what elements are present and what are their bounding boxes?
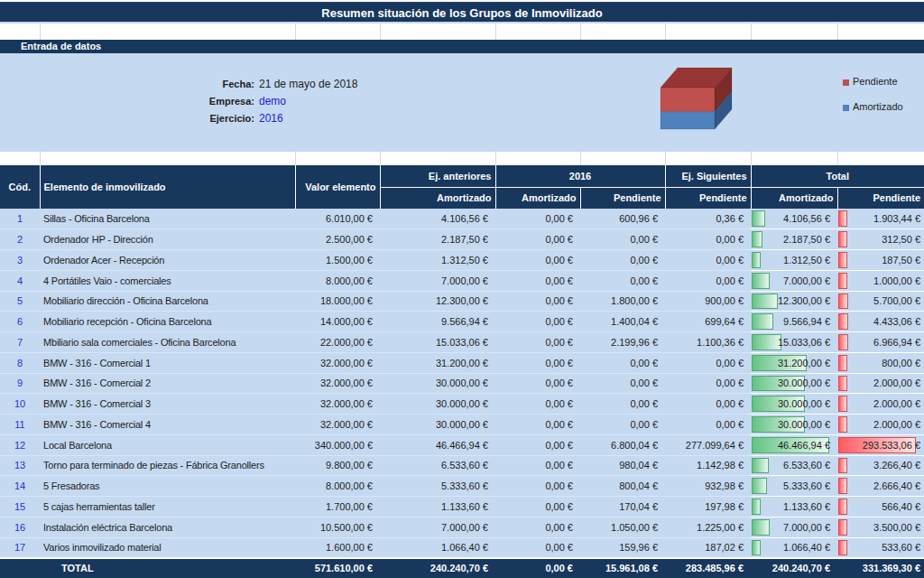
- row-2016-pendiente[interactable]: 1.800,00 €: [580, 291, 665, 312]
- row-element-name[interactable]: Varios inmovilizado material: [40, 537, 295, 558]
- row-ej-ant-amortizado[interactable]: 30.000,00 €: [380, 394, 495, 415]
- row-valor-elemento[interactable]: 22.000,00 €: [295, 332, 380, 353]
- row-ej-ant-amortizado[interactable]: 46.466,94 €: [380, 434, 495, 455]
- row-2016-amortizado[interactable]: 0,00 €: [495, 434, 580, 455]
- row-valor-elemento[interactable]: 1.700,00 €: [295, 497, 380, 517]
- row-total-pendiente[interactable]: 533,60 €: [837, 537, 924, 558]
- row-ej-sig-pendiente[interactable]: 900,00 €: [665, 291, 751, 312]
- row-total-pendiente[interactable]: 312,50 €: [837, 229, 924, 250]
- total-ej-sig-pendiente[interactable]: 283.485,96 €: [665, 558, 751, 578]
- row-ej-ant-amortizado[interactable]: 4.106,56 €: [380, 209, 495, 229]
- row-valor-elemento[interactable]: 8.000,00 €: [295, 476, 380, 497]
- row-ej-ant-amortizado[interactable]: 15.033,06 €: [380, 332, 495, 353]
- row-code[interactable]: 1: [0, 209, 40, 229]
- row-2016-amortizado[interactable]: 0,00 €: [495, 517, 580, 537]
- total-valor[interactable]: 571.610,00 €: [295, 558, 380, 578]
- row-element-name[interactable]: Mbiliario sala comerciales - Oficina Bar…: [40, 332, 295, 353]
- row-total-amortizado[interactable]: 7.000,00 €: [751, 270, 837, 291]
- total-total-amortizado[interactable]: 240.240,70 €: [751, 558, 837, 578]
- row-element-name[interactable]: BMW - 316 - Comercial 4: [40, 415, 295, 435]
- ejercicio-value[interactable]: 2016: [259, 112, 283, 125]
- row-2016-pendiente[interactable]: 1.400,04 €: [580, 312, 665, 332]
- row-element-name[interactable]: Torno para terminado de piezas - Fábrica…: [40, 455, 295, 476]
- row-ej-ant-amortizado[interactable]: 12.300,00 €: [380, 291, 495, 312]
- row-2016-pendiente[interactable]: 0,00 €: [580, 415, 665, 435]
- row-2016-pendiente[interactable]: 600,96 €: [580, 209, 665, 229]
- row-total-pendiente[interactable]: 2.666,40 €: [837, 476, 924, 497]
- row-2016-pendiente[interactable]: 980,04 €: [580, 455, 665, 476]
- row-code[interactable]: 2: [0, 229, 40, 250]
- row-total-amortizado[interactable]: 30.000,00 €: [751, 373, 837, 394]
- total-total-pendiente[interactable]: 331.369,30 €: [837, 558, 924, 578]
- row-element-name[interactable]: Ordenador HP - Dirección: [40, 229, 295, 250]
- row-2016-amortizado[interactable]: 0,00 €: [495, 537, 580, 558]
- row-2016-amortizado[interactable]: 0,00 €: [495, 270, 580, 291]
- row-element-name[interactable]: Local Barcelona: [40, 434, 295, 455]
- row-element-name[interactable]: BMW - 316 - Comercial 1: [40, 352, 295, 373]
- row-2016-pendiente[interactable]: 0,00 €: [580, 373, 665, 394]
- row-ej-sig-pendiente[interactable]: 932,98 €: [665, 476, 751, 497]
- row-valor-elemento[interactable]: 14.000,00 €: [295, 312, 380, 332]
- row-total-pendiente[interactable]: 2.000,00 €: [837, 415, 924, 435]
- row-2016-amortizado[interactable]: 0,00 €: [495, 209, 580, 229]
- row-ej-sig-pendiente[interactable]: 1.142,98 €: [665, 455, 751, 476]
- row-ej-sig-pendiente[interactable]: 0,00 €: [665, 352, 751, 373]
- row-valor-elemento[interactable]: 32.000,00 €: [295, 352, 380, 373]
- row-2016-pendiente[interactable]: 0,00 €: [580, 250, 665, 271]
- row-valor-elemento[interactable]: 18.000,00 €: [295, 291, 380, 312]
- row-ej-sig-pendiente[interactable]: 277.099,64 €: [665, 434, 751, 455]
- row-2016-amortizado[interactable]: 0,00 €: [495, 250, 580, 271]
- row-valor-elemento[interactable]: 6.010,00 €: [295, 209, 380, 229]
- row-code[interactable]: 8: [0, 352, 40, 373]
- row-ej-sig-pendiente[interactable]: 197,98 €: [665, 497, 751, 517]
- row-code[interactable]: 16: [0, 517, 40, 537]
- row-ej-ant-amortizado[interactable]: 1.133,60 €: [380, 497, 495, 517]
- row-code[interactable]: 11: [0, 415, 40, 435]
- row-total-amortizado[interactable]: 30.000,00 €: [751, 394, 837, 415]
- row-code[interactable]: 12: [0, 434, 40, 455]
- row-valor-elemento[interactable]: 32.000,00 €: [295, 373, 380, 394]
- row-total-amortizado[interactable]: 30.000,00 €: [751, 415, 837, 435]
- row-total-pendiente[interactable]: 6.966,94 €: [837, 332, 924, 353]
- row-2016-pendiente[interactable]: 0,00 €: [580, 270, 665, 291]
- row-total-amortizado[interactable]: 5.333,60 €: [751, 476, 837, 497]
- row-ej-ant-amortizado[interactable]: 31.200,00 €: [380, 352, 495, 373]
- row-total-amortizado[interactable]: 2.187,50 €: [751, 229, 837, 250]
- row-total-pendiente[interactable]: 2.000,00 €: [837, 373, 924, 394]
- row-total-pendiente[interactable]: 3.500,00 €: [837, 517, 924, 537]
- row-valor-elemento[interactable]: 2.500,00 €: [295, 229, 380, 250]
- row-ej-sig-pendiente[interactable]: 187,02 €: [665, 537, 751, 558]
- row-total-amortizado[interactable]: 46.466,94 €: [751, 434, 837, 455]
- row-code[interactable]: 10: [0, 394, 40, 415]
- row-ej-sig-pendiente[interactable]: 0,00 €: [665, 229, 751, 250]
- row-ej-sig-pendiente[interactable]: 1.225,00 €: [665, 517, 751, 537]
- row-2016-amortizado[interactable]: 0,00 €: [495, 476, 580, 497]
- row-ej-sig-pendiente[interactable]: 1.100,36 €: [665, 332, 751, 353]
- row-2016-amortizado[interactable]: 0,00 €: [495, 415, 580, 435]
- row-element-name[interactable]: Instalación eléctrica Barcelona: [40, 517, 295, 537]
- row-valor-elemento[interactable]: 32.000,00 €: [295, 394, 380, 415]
- row-code[interactable]: 15: [0, 497, 40, 517]
- row-2016-amortizado[interactable]: 0,00 €: [495, 497, 580, 517]
- row-total-pendiente[interactable]: 800,00 €: [837, 352, 924, 373]
- row-ej-sig-pendiente[interactable]: 0,00 €: [665, 373, 751, 394]
- row-element-name[interactable]: BMW - 316 - Comercial 2: [40, 373, 295, 394]
- row-2016-pendiente[interactable]: 0,00 €: [580, 229, 665, 250]
- row-2016-pendiente[interactable]: 170,04 €: [580, 497, 665, 517]
- row-code[interactable]: 3: [0, 250, 40, 271]
- row-2016-pendiente[interactable]: 1.050,00 €: [580, 517, 665, 537]
- total-2016-pendiente[interactable]: 15.961,08 €: [580, 558, 665, 578]
- row-2016-pendiente[interactable]: 2.199,96 €: [580, 332, 665, 353]
- row-code[interactable]: 17: [0, 537, 40, 558]
- row-ej-sig-pendiente[interactable]: 699,64 €: [665, 312, 751, 332]
- row-ej-ant-amortizado[interactable]: 7.000,00 €: [380, 270, 495, 291]
- empresa-value[interactable]: demo: [259, 95, 286, 107]
- row-element-name[interactable]: Mobiliario recepción - Oficina Barcelona: [40, 312, 295, 332]
- row-valor-elemento[interactable]: 1.600,00 €: [295, 537, 380, 558]
- row-element-name[interactable]: Ordenador Acer - Recepción: [40, 250, 295, 271]
- row-ej-ant-amortizado[interactable]: 30.000,00 €: [380, 415, 495, 435]
- total-ej-ant-amortizado[interactable]: 240.240,70 €: [380, 558, 495, 578]
- row-2016-amortizado[interactable]: 0,00 €: [495, 455, 580, 476]
- row-total-amortizado[interactable]: 12.300,00 €: [751, 291, 837, 312]
- row-code[interactable]: 6: [0, 312, 40, 332]
